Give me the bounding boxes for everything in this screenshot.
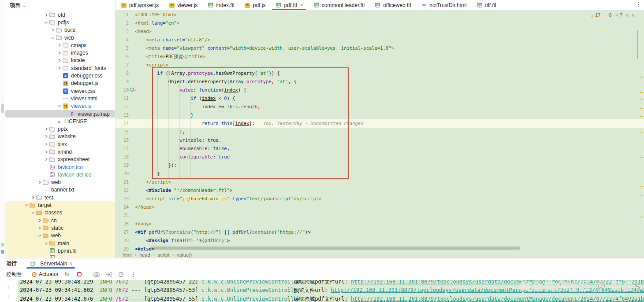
prev-issue-icon[interactable] [626, 12, 628, 18]
chevron-right-icon[interactable] [43, 127, 49, 131]
chevron-right-icon[interactable] [50, 28, 56, 32]
chevron-down-icon[interactable] [50, 36, 56, 40]
tree-item-viewer-js[interactable]: JSviewer.js [5, 103, 115, 110]
tree-item-main[interactable]: main [5, 239, 115, 247]
code-line-15[interactable]: 15 }, [115, 128, 644, 136]
weak-warnings-count[interactable]: 8 [604, 12, 611, 18]
tree-item-cn[interactable]: cn [5, 217, 115, 224]
stripe-handle[interactable] [1, 103, 4, 113]
tree-item-web[interactable]: web [5, 179, 115, 186]
code-line-20[interactable]: 20 } [115, 169, 644, 178]
tree-item-xmind[interactable]: xmind [5, 148, 115, 155]
tree-item-web[interactable]: web [5, 34, 115, 41]
tree-item-license[interactable]: ≡LICENSE [5, 118, 115, 125]
chevron-right-icon[interactable] [30, 196, 36, 199]
tree-item-bpmn-ftl[interactable]: bpmn.ftl [5, 247, 115, 254]
tree-item-debugger-js[interactable]: JSdebugger.js [5, 80, 115, 87]
tree-item-pptx[interactable]: pptx [5, 125, 115, 133]
chevron-right-icon[interactable] [37, 226, 42, 230]
tool-window-stripe[interactable] [0, 0, 5, 258]
chevron-right-icon[interactable] [43, 135, 49, 138]
code-line-10[interactable]: 10 value: function(index) {I [115, 86, 644, 94]
chevron-right-icon[interactable] [56, 59, 62, 62]
more-options-icon[interactable] [130, 270, 138, 278]
tree-item-web[interactable]: web [5, 232, 115, 239]
tree-item-xlsx[interactable]: xlsx [5, 140, 115, 148]
console-tab-label[interactable]: 控制台 [6, 271, 27, 278]
chevron-down-icon[interactable] [30, 211, 36, 214]
tree-item-viewer-css[interactable]: #viewer.css [5, 87, 115, 95]
code-line-27[interactable]: 27<#if pdfUrl?contains("http://") || pdf… [115, 228, 644, 236]
code-line-21[interactable]: 21 </script> [115, 178, 644, 186]
chevron-down-icon[interactable] [23, 203, 29, 207]
code-line-18[interactable]: 18 configurable: true [115, 153, 644, 161]
tree-item-pdfjs[interactable]: pdfjs [5, 18, 115, 26]
run-tool-icon[interactable] [1, 243, 4, 247]
recursive-call-icon[interactable]: I [130, 88, 135, 92]
code-line-16[interactable]: 16 writable: true, [115, 136, 644, 144]
stop-button[interactable] [75, 270, 83, 278]
code-line-25[interactable]: 25 [115, 211, 644, 220]
chevron-right-icon[interactable] [56, 51, 62, 55]
horizontal-scrollbar[interactable] [150, 247, 520, 250]
terminal-tool-icon[interactable] [1, 250, 4, 254]
tree-item-item[interactable] [5, 255, 115, 258]
tree-item-debugger-css[interactable]: #debugger.css [5, 72, 115, 79]
tree-item-standard-fonts[interactable]: standard_fonts [5, 64, 115, 72]
tree-item-cmaps[interactable]: cmaps [5, 41, 115, 49]
tree-item-viewer-js-map[interactable]: {}viewer.js.map [5, 110, 115, 118]
chevron-right-icon[interactable] [43, 13, 49, 17]
chevron-down-icon[interactable] [56, 104, 62, 108]
close-icon[interactable] [299, 2, 303, 8]
tab-viewer-js[interactable]: JSviewer.js [164, 0, 202, 10]
tree-item-favicon-ico[interactable]: favicon.ico [5, 163, 115, 171]
run-tab-servermain[interactable]: ServerMain [26, 258, 75, 269]
chevron-down-icon[interactable] [37, 234, 42, 237]
tree-item-test[interactable]: test [5, 194, 115, 201]
chevron-right-icon[interactable] [56, 66, 62, 70]
code-line-12[interactable]: 12 index += this.length; [115, 103, 644, 111]
tab-nottrustdir-html[interactable]: <>notTrustDir.html [416, 0, 471, 10]
attach-button[interactable] [105, 270, 113, 278]
screenshot-button[interactable] [93, 270, 101, 278]
code-line-17[interactable]: 17 enumerable: false, [115, 144, 644, 153]
code-line-26[interactable]: 26<body> [115, 220, 644, 228]
code-line-28[interactable]: 28 <#assign finalUrl="${pdfUrl}"> [115, 236, 644, 245]
tree-item-ofd[interactable]: ofd [5, 11, 115, 18]
chevron-right-icon[interactable] [43, 242, 49, 245]
tab-overflow-icon[interactable] [636, 1, 641, 7]
tab-officeweb-ftl[interactable]: officeweb.ftl [369, 0, 416, 10]
inspections-widget[interactable]: 17 8 7 [590, 12, 634, 18]
tab-pdf-js[interactable]: JSpdf.js [239, 0, 271, 10]
code-line-22[interactable]: 22 <#include "*/commonHeader.ftl"> [115, 186, 644, 195]
tree-item-website[interactable]: website [5, 133, 115, 140]
code-line-11[interactable]: 11 if (index < 0) { [115, 94, 644, 103]
breadcrumb-item-value[interactable]: value() [177, 252, 192, 258]
code-line-6[interactable]: 6 <title>PDF预览</title> [115, 52, 644, 61]
code-line-24[interactable]: 24</head> [115, 203, 644, 211]
code-line-1[interactable]: 1<!DOCTYPE html> [115, 11, 644, 19]
code-editor[interactable]: 1<!DOCTYPE html>2<html lang="en">3<head>… [115, 11, 644, 252]
breadcrumb-item-script[interactable]: script [158, 252, 169, 258]
chevron-right-icon[interactable] [43, 158, 49, 161]
code-line-8[interactable]: 8 if (!Array.prototype.hasOwnProperty('a… [115, 69, 644, 77]
next-issue-icon[interactable] [632, 12, 634, 18]
chevron-right-icon[interactable] [43, 143, 49, 146]
code-line-2[interactable]: 2<html lang="en"> [115, 19, 644, 27]
code-line-13[interactable]: 13 } [115, 111, 644, 119]
code-line-4[interactable]: 4 <meta charset="utf-8"/> [115, 36, 644, 44]
chevron-right-icon[interactable] [37, 180, 42, 184]
scroll-up-icon[interactable] [7, 283, 10, 291]
chevron-right-icon[interactable] [56, 44, 62, 47]
breadcrumb-item-head[interactable]: head [139, 252, 150, 258]
code-line-9[interactable]: 9 Object.defineProperty(Array.prototype,… [115, 77, 644, 86]
chevron-right-icon[interactable] [37, 219, 42, 222]
resolved-count[interactable]: 7 [615, 12, 623, 18]
scroll-down-icon[interactable] [7, 292, 10, 300]
code-line-5[interactable]: 5 <meta name="viewport" content="width=d… [115, 44, 644, 52]
code-line-3[interactable]: 3<head> [115, 27, 644, 36]
tab-pdf-worker-js[interactable]: JSpdf.worker.js [115, 0, 164, 10]
warnings-count[interactable]: 17 [590, 12, 600, 18]
close-icon[interactable] [69, 261, 72, 267]
actuator-tab[interactable]: Actuator [32, 271, 59, 277]
